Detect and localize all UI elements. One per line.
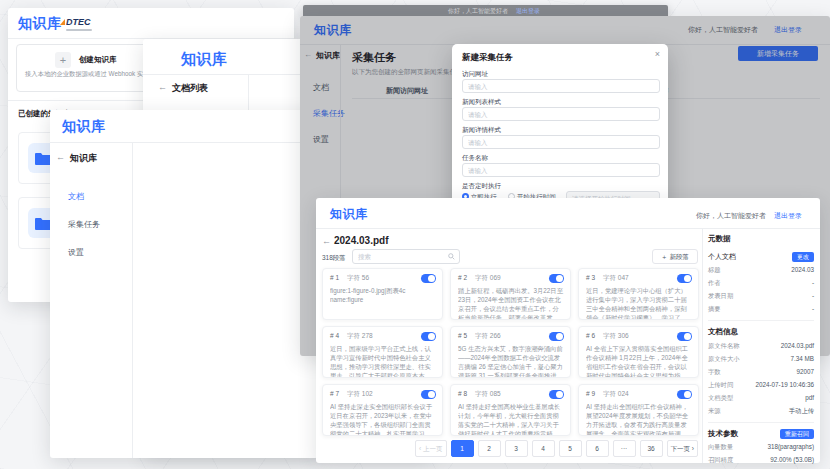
page-number[interactable]: 2 <box>478 440 501 457</box>
chunk-char-count: 字符 102 <box>347 390 373 397</box>
chunk-toggle[interactable] <box>421 332 436 341</box>
logout-link[interactable]: 退出登录 <box>516 7 540 16</box>
field-input-list-style[interactable] <box>462 107 660 121</box>
meta-row: 召回精度92.00% (53.0B) <box>708 456 814 465</box>
sidebar-item-tasks[interactable]: 采集任务 <box>68 219 100 230</box>
chunk-toggle[interactable] <box>549 332 564 341</box>
chunk-card[interactable]: # 8字符 085AI 坚持走好全国高校毕业生基层成长计划，今年年初，光大银行全… <box>450 384 571 436</box>
create-kb-title: 创建知识库 <box>79 55 117 65</box>
chunk-toggle[interactable] <box>421 390 436 399</box>
chunk-toggle[interactable] <box>677 332 692 341</box>
chunk-char-count: 字符 56 <box>347 274 369 281</box>
meta-row: 发表日期- <box>708 292 814 301</box>
pagination: ‹ 上一页 1 2 3 4 5 6 ··· 36 下一页 › <box>322 440 698 457</box>
kb-title: 知识库 <box>70 152 97 165</box>
chunk-text: 踏上新征程，砥砺再出发。3月22日至23日，2024年全国国资工作会议在北京召开… <box>458 286 564 320</box>
back-icon[interactable]: ← <box>322 236 331 246</box>
chunk-grid: # 1字符 56figure:1-figure-0.jpg|图表4c name:… <box>322 268 700 436</box>
doc-title: 2024.03.pdf <box>334 235 388 246</box>
chunk-toggle[interactable] <box>421 274 436 283</box>
chunk-char-count: 字符 085 <box>475 390 501 397</box>
add-paragraph-button[interactable]: ＋ 新段落 <box>652 249 698 264</box>
chunk-card[interactable]: # 3字符 047近日，党建理论学习中心组（扩大）进行集中学习，深入学习贯彻二十… <box>578 268 699 320</box>
chunk-char-count: 字符 047 <box>603 274 629 281</box>
recall-button[interactable]: 重新召回 <box>780 429 814 439</box>
page-number[interactable]: 3 <box>505 440 528 457</box>
meta-row: 来源手动上传 <box>708 407 814 416</box>
chunk-char-count: 字符 024 <box>603 390 629 397</box>
chunk-toggle[interactable] <box>549 390 564 399</box>
chunk-card[interactable]: # 5字符 2665G 生态方兴未艾，数字浪潮奔涌向前——2024年全国数据工作… <box>450 326 571 378</box>
app-logo: 知识库 <box>18 15 62 33</box>
chunk-text: AI 坚持走好全国高校毕业生基层成长计划，今年年初，光大银行全面贯彻落实党的二十… <box>458 402 564 436</box>
meta-row: 摘要- <box>708 305 814 314</box>
chunk-text: AI 全省上下深入贯彻落实全国组织工作会议精神 1月22日上午，2024年全省组… <box>586 344 692 378</box>
back-icon[interactable]: ← <box>56 152 65 162</box>
page-number[interactable]: 5 <box>559 440 582 457</box>
chunk-id: # 6 <box>586 332 595 339</box>
chunk-char-count: 字符 278 <box>347 332 373 339</box>
chunk-toggle[interactable] <box>677 390 692 399</box>
chunk-card[interactable]: # 6字符 306AI 全省上下深入贯彻落实全国组织工作会议精神 1月22日上午… <box>578 326 699 378</box>
greeting-text: 你好，人工智能爱好者 <box>448 7 508 16</box>
meta-row: 原文件名称2024.03.pdf <box>708 342 814 351</box>
window-doc-chunks: 知识库 你好，人工智能爱好者 退出登录 ← 2024.03.pdf 318段落 … <box>316 198 820 463</box>
search-input[interactable] <box>352 249 460 264</box>
chunk-toggle[interactable] <box>677 274 692 283</box>
sidebar-item-docs[interactable]: 文档 <box>68 191 84 202</box>
greeting-text: 你好，人工智能爱好者 <box>696 211 766 221</box>
meta-row: 字数92007 <box>708 368 814 377</box>
meta-row: 标题2024.03 <box>708 266 814 275</box>
docinfo-heading: 文档信息 <box>708 327 814 337</box>
field-input-task-name[interactable] <box>462 163 660 177</box>
search-icon <box>448 253 455 260</box>
field-label-detail-style: 新闻详情样式 <box>462 126 501 135</box>
dtec-logo: DTEC <box>60 17 91 27</box>
sidebar-item-settings[interactable]: 设置 <box>68 247 84 258</box>
chunk-card[interactable]: # 7字符 102AI 坚持走深走实全国组织部长会议于近日在京召开，2023年以… <box>322 384 443 436</box>
chunk-char-count: 字符 069 <box>475 274 501 281</box>
close-icon[interactable]: × <box>655 49 660 59</box>
tech-heading: 技术参数 <box>708 429 738 439</box>
chunk-id: # 8 <box>458 390 467 397</box>
chunk-toggle[interactable] <box>549 274 564 283</box>
chunk-text: 近日，国家级学习平台正式上线，认真学习宣传新时代中国特色社会主义思想，推动学习贯… <box>330 344 436 378</box>
field-input-detail-style[interactable] <box>462 135 660 149</box>
app-logo: 知识库 <box>181 50 228 69</box>
page-number[interactable]: 1 <box>451 440 474 457</box>
back-icon[interactable]: ← <box>158 82 167 92</box>
meta-row: 向量数量318(paragraphs) <box>708 443 814 452</box>
chunk-id: # 3 <box>586 274 595 281</box>
chunk-card[interactable]: # 1字符 56figure:1-figure-0.jpg|图表4c name:… <box>322 268 443 320</box>
chunk-char-count: 字符 306 <box>603 332 629 339</box>
chunk-card[interactable]: # 4字符 278近日，国家级学习平台正式上线，认真学习宣传新时代中国特色社会主… <box>322 326 443 378</box>
chunk-char-count: 字符 266 <box>475 332 501 339</box>
doc-list-title: 文档列表 <box>172 82 208 95</box>
chunk-text: 5G 生态方兴未艾，数字浪潮奔涌向前——2024年全国数据工作会议交流发言摘编 … <box>458 344 564 378</box>
chunk-card[interactable]: # 2字符 069踏上新征程，砥砺再出发。3月22日至23日，2024年全国国资… <box>450 268 571 320</box>
personal-doc-label: 个人文档 <box>708 253 736 260</box>
page-ellipsis[interactable]: ··· <box>613 440 636 457</box>
dtec-logo-caption <box>66 29 92 31</box>
chunk-id: # 1 <box>330 274 339 281</box>
page-next[interactable]: 下一页 › <box>667 440 698 457</box>
meta-row: 文档类型pdf <box>708 394 814 403</box>
metadata-sidebar: 元数据 更改 个人文档 标题2024.03 作者- 发表日期- 摘要- 文档信息… <box>708 228 814 469</box>
field-input-url[interactable] <box>462 79 660 93</box>
modal-title: 新建采集任务 <box>462 52 513 64</box>
field-label-list-style: 新闻列表样式 <box>462 98 501 107</box>
page-number[interactable]: 4 <box>532 440 555 457</box>
page-prev[interactable]: ‹ 上一页 <box>415 440 446 457</box>
page-number[interactable]: 36 <box>640 440 663 457</box>
meta-row: 作者- <box>708 279 814 288</box>
page-number[interactable]: 6 <box>586 440 609 457</box>
chunk-id: # 4 <box>330 332 339 339</box>
chunk-id: # 2 <box>458 274 467 281</box>
logout-link[interactable]: 退出登录 <box>774 211 802 221</box>
chunk-card[interactable]: # 9字符 024AI 坚持走出全国组织工作会议精神，展望2024年度发展规划，… <box>578 384 699 436</box>
dtec-logo-triangle <box>60 19 65 25</box>
chunk-text: AI 坚持走深走实全国组织部长会议于近日在京召开，2023年以来，在党中央坚强领… <box>330 402 436 436</box>
chunk-text: AI 坚持走出全国组织工作会议精神，展望2024年度发展规划，不负韶华全力开拓进… <box>586 402 692 436</box>
window-kb-nav: 知识库 ← 知识库 文档 采集任务 设置 <box>50 110 318 458</box>
edit-personal-button[interactable]: 更改 <box>792 252 814 262</box>
